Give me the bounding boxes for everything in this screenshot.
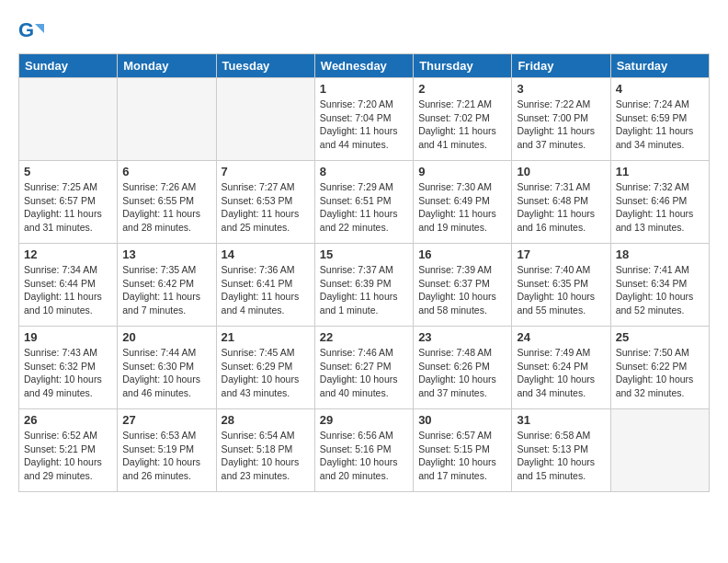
calendar-cell: 11Sunrise: 7:32 AM Sunset: 6:46 PM Dayli… bbox=[610, 161, 709, 244]
calendar-table: SundayMondayTuesdayWednesdayThursdayFrid… bbox=[18, 53, 710, 492]
calendar-cell: 27Sunrise: 6:53 AM Sunset: 5:19 PM Dayli… bbox=[118, 409, 216, 492]
day-number: 7 bbox=[222, 165, 310, 178]
calendar-cell: 29Sunrise: 6:56 AM Sunset: 5:16 PM Dayli… bbox=[314, 409, 413, 492]
calendar-header-row: SundayMondayTuesdayWednesdayThursdayFrid… bbox=[19, 54, 710, 78]
calendar-cell: 18Sunrise: 7:41 AM Sunset: 6:34 PM Dayli… bbox=[610, 244, 709, 327]
calendar-cell: 28Sunrise: 6:54 AM Sunset: 5:18 PM Dayli… bbox=[216, 409, 314, 492]
cell-info: Sunrise: 7:25 AM Sunset: 6:57 PM Dayligh… bbox=[24, 180, 112, 235]
day-number: 3 bbox=[517, 82, 605, 96]
calendar-cell: 19Sunrise: 7:43 AM Sunset: 6:32 PM Dayli… bbox=[19, 327, 118, 409]
day-number: 21 bbox=[222, 330, 310, 344]
day-number: 10 bbox=[517, 165, 605, 178]
calendar-cell: 30Sunrise: 6:57 AM Sunset: 5:15 PM Dayli… bbox=[414, 409, 512, 492]
day-number: 9 bbox=[418, 165, 506, 178]
day-number: 6 bbox=[122, 165, 210, 178]
day-number: 18 bbox=[616, 247, 704, 261]
day-number: 24 bbox=[517, 330, 605, 344]
calendar-cell: 6Sunrise: 7:26 AM Sunset: 6:55 PM Daylig… bbox=[118, 161, 216, 244]
cell-info: Sunrise: 7:49 AM Sunset: 6:24 PM Dayligh… bbox=[517, 346, 605, 400]
cell-info: Sunrise: 7:37 AM Sunset: 6:39 PM Dayligh… bbox=[320, 263, 408, 317]
day-header-friday: Friday bbox=[512, 54, 610, 78]
calendar-cell: 16Sunrise: 7:39 AM Sunset: 6:37 PM Dayli… bbox=[414, 244, 512, 327]
cell-info: Sunrise: 6:53 AM Sunset: 5:19 PM Dayligh… bbox=[122, 429, 210, 483]
calendar-cell: 10Sunrise: 7:31 AM Sunset: 6:48 PM Dayli… bbox=[512, 161, 610, 244]
day-number: 2 bbox=[418, 82, 506, 96]
calendar-week-5: 26Sunrise: 6:52 AM Sunset: 5:21 PM Dayli… bbox=[19, 409, 710, 492]
cell-info: Sunrise: 7:29 AM Sunset: 6:51 PM Dayligh… bbox=[320, 180, 408, 235]
calendar-cell: 1Sunrise: 7:20 AM Sunset: 7:04 PM Daylig… bbox=[314, 78, 413, 161]
day-header-monday: Monday bbox=[118, 54, 216, 78]
cell-info: Sunrise: 6:57 AM Sunset: 5:15 PM Dayligh… bbox=[418, 429, 506, 483]
calendar-cell: 12Sunrise: 7:34 AM Sunset: 6:44 PM Dayli… bbox=[19, 244, 118, 327]
calendar-cell: 24Sunrise: 7:49 AM Sunset: 6:24 PM Dayli… bbox=[512, 327, 610, 409]
cell-info: Sunrise: 6:52 AM Sunset: 5:21 PM Dayligh… bbox=[24, 429, 112, 483]
calendar-cell: 26Sunrise: 6:52 AM Sunset: 5:21 PM Dayli… bbox=[19, 409, 118, 492]
cell-info: Sunrise: 7:32 AM Sunset: 6:46 PM Dayligh… bbox=[616, 180, 704, 235]
day-number: 30 bbox=[418, 413, 506, 427]
calendar-cell: 21Sunrise: 7:45 AM Sunset: 6:29 PM Dayli… bbox=[216, 327, 314, 409]
calendar-cell: 31Sunrise: 6:58 AM Sunset: 5:13 PM Dayli… bbox=[512, 409, 610, 492]
calendar-week-3: 12Sunrise: 7:34 AM Sunset: 6:44 PM Dayli… bbox=[19, 244, 710, 327]
calendar-cell: 20Sunrise: 7:44 AM Sunset: 6:30 PM Dayli… bbox=[118, 327, 216, 409]
cell-info: Sunrise: 7:43 AM Sunset: 6:32 PM Dayligh… bbox=[24, 346, 112, 400]
day-number: 29 bbox=[320, 413, 408, 427]
cell-info: Sunrise: 7:24 AM Sunset: 6:59 PM Dayligh… bbox=[616, 98, 704, 152]
calendar-cell: 25Sunrise: 7:50 AM Sunset: 6:22 PM Dayli… bbox=[610, 327, 709, 409]
svg-text:G: G bbox=[18, 18, 34, 41]
calendar-cell: 9Sunrise: 7:30 AM Sunset: 6:49 PM Daylig… bbox=[414, 161, 512, 244]
cell-info: Sunrise: 7:35 AM Sunset: 6:42 PM Dayligh… bbox=[122, 263, 210, 317]
cell-info: Sunrise: 7:36 AM Sunset: 6:41 PM Dayligh… bbox=[222, 263, 310, 317]
calendar-cell bbox=[610, 409, 709, 492]
cell-info: Sunrise: 7:21 AM Sunset: 7:02 PM Dayligh… bbox=[418, 98, 506, 152]
cell-info: Sunrise: 7:31 AM Sunset: 6:48 PM Dayligh… bbox=[517, 180, 605, 235]
calendar-cell bbox=[216, 78, 314, 161]
day-number: 31 bbox=[517, 413, 605, 427]
calendar-week-2: 5Sunrise: 7:25 AM Sunset: 6:57 PM Daylig… bbox=[19, 161, 710, 244]
calendar-cell: 13Sunrise: 7:35 AM Sunset: 6:42 PM Dayli… bbox=[118, 244, 216, 327]
day-number: 14 bbox=[222, 247, 310, 261]
logo: G bbox=[18, 18, 48, 44]
calendar-cell: 17Sunrise: 7:40 AM Sunset: 6:35 PM Dayli… bbox=[512, 244, 610, 327]
cell-info: Sunrise: 7:27 AM Sunset: 6:53 PM Dayligh… bbox=[222, 180, 310, 235]
cell-info: Sunrise: 7:45 AM Sunset: 6:29 PM Dayligh… bbox=[222, 346, 310, 400]
cell-info: Sunrise: 6:58 AM Sunset: 5:13 PM Dayligh… bbox=[517, 429, 605, 483]
calendar-cell: 2Sunrise: 7:21 AM Sunset: 7:02 PM Daylig… bbox=[414, 78, 512, 161]
day-number: 17 bbox=[517, 247, 605, 261]
cell-info: Sunrise: 7:40 AM Sunset: 6:35 PM Dayligh… bbox=[517, 263, 605, 317]
cell-info: Sunrise: 7:41 AM Sunset: 6:34 PM Dayligh… bbox=[616, 263, 704, 317]
calendar-cell bbox=[118, 78, 216, 161]
day-number: 13 bbox=[122, 247, 210, 261]
calendar-cell: 3Sunrise: 7:22 AM Sunset: 7:00 PM Daylig… bbox=[512, 78, 610, 161]
cell-info: Sunrise: 6:56 AM Sunset: 5:16 PM Dayligh… bbox=[320, 429, 408, 483]
page-header: G bbox=[18, 18, 710, 44]
cell-info: Sunrise: 7:22 AM Sunset: 7:00 PM Dayligh… bbox=[517, 98, 605, 152]
cell-info: Sunrise: 6:54 AM Sunset: 5:18 PM Dayligh… bbox=[222, 429, 310, 483]
day-header-tuesday: Tuesday bbox=[216, 54, 314, 78]
day-number: 23 bbox=[418, 330, 506, 344]
day-number: 1 bbox=[320, 82, 408, 96]
cell-info: Sunrise: 7:30 AM Sunset: 6:49 PM Dayligh… bbox=[418, 180, 506, 235]
day-header-sunday: Sunday bbox=[19, 54, 118, 78]
day-number: 20 bbox=[122, 330, 210, 344]
calendar-cell bbox=[19, 78, 118, 161]
calendar-cell: 22Sunrise: 7:46 AM Sunset: 6:27 PM Dayli… bbox=[314, 327, 413, 409]
calendar-cell: 15Sunrise: 7:37 AM Sunset: 6:39 PM Dayli… bbox=[314, 244, 413, 327]
cell-info: Sunrise: 7:44 AM Sunset: 6:30 PM Dayligh… bbox=[122, 346, 210, 400]
cell-info: Sunrise: 7:34 AM Sunset: 6:44 PM Dayligh… bbox=[24, 263, 112, 317]
cell-info: Sunrise: 7:39 AM Sunset: 6:37 PM Dayligh… bbox=[418, 263, 506, 317]
day-number: 11 bbox=[616, 165, 704, 178]
cell-info: Sunrise: 7:20 AM Sunset: 7:04 PM Dayligh… bbox=[320, 98, 408, 152]
calendar-cell: 7Sunrise: 7:27 AM Sunset: 6:53 PM Daylig… bbox=[216, 161, 314, 244]
calendar-cell: 14Sunrise: 7:36 AM Sunset: 6:41 PM Dayli… bbox=[216, 244, 314, 327]
cell-info: Sunrise: 7:50 AM Sunset: 6:22 PM Dayligh… bbox=[616, 346, 704, 400]
day-number: 8 bbox=[320, 165, 408, 178]
cell-info: Sunrise: 7:48 AM Sunset: 6:26 PM Dayligh… bbox=[418, 346, 506, 400]
day-number: 15 bbox=[320, 247, 408, 261]
day-number: 22 bbox=[320, 330, 408, 344]
cell-info: Sunrise: 7:46 AM Sunset: 6:27 PM Dayligh… bbox=[320, 346, 408, 400]
day-number: 4 bbox=[616, 82, 704, 96]
day-number: 12 bbox=[24, 247, 112, 261]
day-header-saturday: Saturday bbox=[610, 54, 709, 78]
day-number: 27 bbox=[122, 413, 210, 427]
calendar-week-4: 19Sunrise: 7:43 AM Sunset: 6:32 PM Dayli… bbox=[19, 327, 710, 409]
